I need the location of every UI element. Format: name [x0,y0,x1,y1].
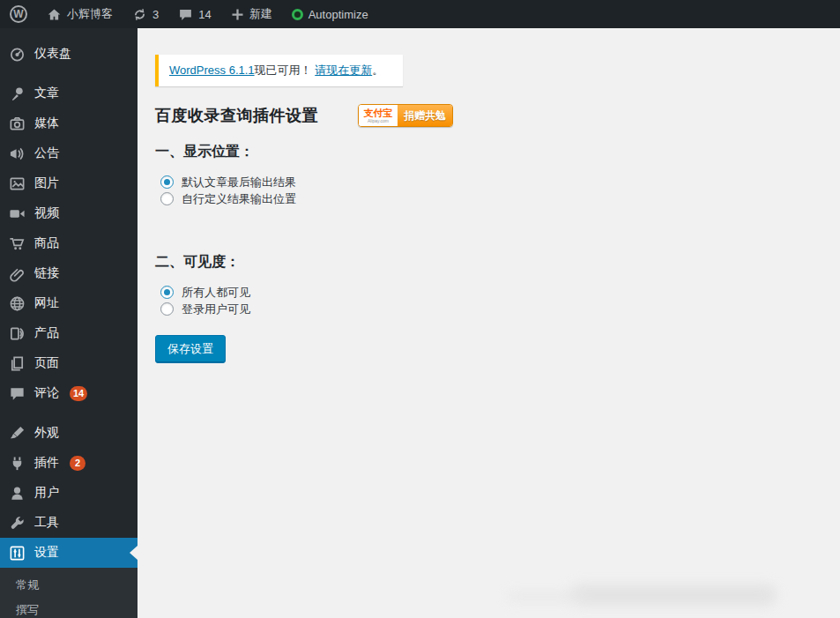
sidebar-item-label: 公告 [34,145,59,161]
comment-bubble-icon [8,384,26,402]
sidebar-item-urls[interactable]: 网址 [0,288,138,318]
new-content-label: 新建 [249,6,272,22]
sidebar-item-products[interactable]: 商品 [0,228,138,258]
sidebar-item-tools[interactable]: 工具 [0,508,138,538]
notice-period: 。 [372,63,383,77]
wrench-icon [8,514,26,532]
product-box-icon [8,324,26,342]
submenu-item-general[interactable]: 常规 [0,573,138,598]
radio-option-default-output[interactable]: 默认文章最后输出结果 [160,174,822,190]
sidebar-item-label: 视频 [34,205,59,221]
radio-button[interactable] [160,192,174,205]
update-notice: WordPress 6.1.1现已可用！ 请现在更新。 [155,55,403,86]
image-icon [8,175,26,192]
site-name-link[interactable]: 小辉博客 [37,0,123,28]
pushpin-icon [8,85,26,102]
settings-sliders-icon [8,544,26,562]
paintbrush-icon [8,424,26,442]
new-content-button[interactable]: 新建 [221,0,282,28]
wordpress-menu-button[interactable]: W [0,0,37,28]
autoptimize-icon [292,9,303,20]
sidebar-item-plugins[interactable]: 插件 2 [0,448,138,478]
sidebar-item-appearance[interactable]: 外观 [0,418,138,448]
camera-icon [8,115,26,132]
sidebar-item-links[interactable]: 链接 [0,258,138,288]
radio-button[interactable] [160,302,174,316]
cart-icon [8,235,26,252]
radio-label: 自行定义结果输出位置 [182,191,296,207]
sidebar-item-videos[interactable]: 视频 [0,198,138,228]
comments-count-badge: 14 [70,386,87,401]
user-icon [8,484,26,502]
sidebar-item-media[interactable]: 媒体 [0,108,138,138]
menu-separator [0,408,138,418]
sidebar-item-dashboard[interactable]: 仪表盘 [0,39,138,69]
submenu-item-label: 撰写 [16,602,39,618]
submenu-item-label: 常规 [16,577,39,593]
dashboard-gauge-icon [8,45,26,63]
update-now-link[interactable]: 请现在更新 [315,63,372,77]
sidebar-item-label: 设置 [34,545,59,561]
sidebar-item-product[interactable]: 产品 [0,318,138,348]
admin-sidebar: 仪表盘 文章 媒体 公告 图片 [0,28,138,618]
sidebar-item-label: 页面 [34,355,59,371]
page-title: 百度收录查询插件设置 [155,105,318,126]
home-icon [47,7,62,22]
radio-label: 所有人都可见 [182,285,250,301]
menu-separator [0,69,138,78]
sidebar-item-label: 产品 [34,325,59,341]
sidebar-item-settings[interactable]: 设置 [0,538,138,568]
globe-icon [8,294,26,312]
radio-button[interactable] [160,286,174,299]
sidebar-item-label: 文章 [34,86,59,101]
save-settings-button[interactable]: 保存设置 [155,335,226,363]
megaphone-icon [8,145,26,162]
sidebar-item-label: 媒体 [34,115,59,131]
pages-icon [8,354,26,372]
sidebar-item-label: 评论 [34,385,59,401]
site-name-label: 小辉博客 [67,6,113,22]
sidebar-item-comments[interactable]: 评论 14 [0,378,138,408]
radio-option-custom-output[interactable]: 自行定义结果输出位置 [160,190,822,207]
section-heading-display-position: 一、显示位置： [155,143,822,161]
autoptimize-menu[interactable]: Autoptimize [282,0,378,28]
alipay-logo: 支付宝 Alipay.com [359,105,398,126]
paperclip-icon [8,264,26,282]
radio-label: 登录用户可见 [182,302,250,317]
donate-label: 捐赠共勉 [398,105,452,126]
blurred-watermark [569,584,777,606]
plus-icon [231,8,244,21]
sidebar-item-label: 链接 [34,265,59,281]
radio-button[interactable] [160,175,174,189]
comment-bubble-icon [178,7,193,22]
sidebar-item-label: 插件 [34,455,59,471]
sidebar-item-posts[interactable]: 文章 [0,78,138,108]
updates-count: 3 [152,8,159,21]
sidebar-item-images[interactable]: 图片 [0,168,138,198]
wordpress-version-link[interactable]: WordPress 6.1.1 [169,63,255,77]
video-camera-icon [8,205,26,222]
sidebar-item-label: 仪表盘 [34,46,71,62]
submenu-item-writing[interactable]: 撰写 [0,598,138,618]
updates-icon [132,7,147,22]
admin-bar: W 小辉博客 3 14 新建 Autoptimize [0,0,840,28]
notice-text: 现已可用！ [255,63,312,77]
sidebar-item-label: 工具 [34,515,59,531]
autoptimize-label: Autoptimize [308,8,368,21]
sidebar-item-users[interactable]: 用户 [0,478,138,508]
radio-option-loggedin-visible[interactable]: 登录用户可见 [160,301,822,317]
settings-submenu: 常规 撰写 [0,568,138,618]
comments-link[interactable]: 14 [168,0,220,28]
radio-label: 默认文章最后输出结果 [182,175,296,190]
sidebar-item-label: 网址 [34,295,59,311]
radio-option-everyone-visible[interactable]: 所有人都可见 [160,284,822,301]
wordpress-logo-icon: W [10,5,27,23]
section-heading-visibility: 二、可见度： [155,253,822,272]
comments-count: 14 [198,8,211,21]
sidebar-item-label: 用户 [34,485,59,501]
sidebar-item-pages[interactable]: 页面 [0,348,138,378]
updates-link[interactable]: 3 [123,0,168,28]
main-content: WordPress 6.1.1现已可用！ 请现在更新。 百度收录查询插件设置 支… [138,28,840,618]
alipay-donate-button[interactable]: 支付宝 Alipay.com 捐赠共勉 [358,104,453,127]
sidebar-item-announcements[interactable]: 公告 [0,138,138,168]
